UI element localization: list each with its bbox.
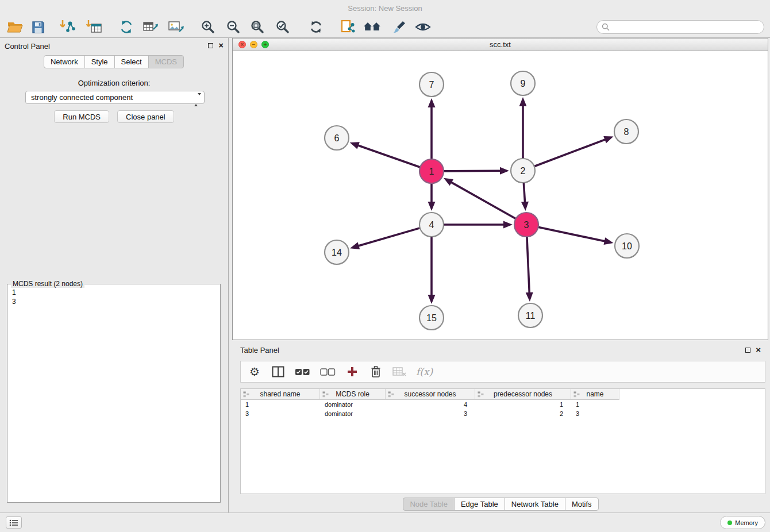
show-hide-button[interactable] xyxy=(414,18,432,36)
graph-edge-3-1[interactable] xyxy=(452,183,515,219)
network-graph-canvas[interactable]: 7968124314101511 xyxy=(233,51,768,340)
graph-edge-1-6[interactable] xyxy=(359,145,420,167)
edge-arrowhead xyxy=(604,237,614,245)
deselect-all-icon[interactable] xyxy=(320,364,336,379)
maximize-window-icon[interactable]: + xyxy=(261,41,269,48)
close-panel-button[interactable]: Close panel xyxy=(117,110,174,123)
search-field[interactable] xyxy=(596,20,764,34)
floppy-disk-icon xyxy=(32,21,45,34)
export-image-button[interactable] xyxy=(167,18,185,36)
tab-select[interactable]: Select xyxy=(114,55,149,68)
table-cell[interactable]: dominator xyxy=(320,409,386,418)
table-cell[interactable]: 2 xyxy=(475,409,571,418)
edge-arrowhead xyxy=(428,98,436,107)
search-input[interactable] xyxy=(613,23,759,32)
table-row[interactable]: 1dominator411 xyxy=(241,400,765,409)
close-window-icon[interactable]: × xyxy=(238,41,246,48)
tab-node-table[interactable]: Node Table xyxy=(403,498,455,511)
table-toolbar: ⚙ f(x) xyxy=(240,361,765,383)
function-builder-icon: f(x) xyxy=(416,364,433,379)
table-row[interactable]: 3dominator323 xyxy=(241,409,765,418)
graph-edge-2-3[interactable] xyxy=(523,183,525,202)
delete-column-icon[interactable] xyxy=(369,364,383,379)
edge-arrowhead xyxy=(521,202,529,211)
column-header-successor-nodes[interactable]: successor nodes xyxy=(386,389,475,400)
edge-arrowhead xyxy=(503,221,513,229)
optimization-dropdown-value: strongly connected component xyxy=(31,93,133,102)
export-table-icon xyxy=(143,20,159,34)
apply-style-button[interactable] xyxy=(390,18,408,36)
tab-mcds[interactable]: MCDS xyxy=(148,55,184,68)
control-panel: Control Panel × Network Style Select MCD… xyxy=(0,38,229,512)
tab-network-table[interactable]: Network Table xyxy=(505,498,565,511)
table-cell[interactable]: 3 xyxy=(386,409,475,418)
table-settings-icon[interactable]: ⚙ xyxy=(248,364,261,379)
float-panel-icon[interactable] xyxy=(208,43,213,48)
table-cell[interactable]: 1 xyxy=(571,400,619,409)
add-column-icon[interactable] xyxy=(345,364,359,379)
table-cell[interactable]: 1 xyxy=(241,400,320,409)
column-type-icon xyxy=(243,391,249,399)
column-type-icon xyxy=(478,391,484,399)
table-cell[interactable]: 3 xyxy=(241,409,320,418)
import-table-icon xyxy=(86,20,102,34)
column-header-label: name xyxy=(586,390,603,398)
table-cell[interactable]: 4 xyxy=(386,400,475,409)
column-header-MCDS-role[interactable]: MCDS role xyxy=(320,389,386,400)
export-table-button[interactable] xyxy=(141,18,160,36)
zoom-in-button[interactable] xyxy=(199,18,217,36)
node-label: 8 xyxy=(624,127,629,137)
graph-edge-3-11[interactable] xyxy=(527,237,529,292)
refresh-view-button[interactable] xyxy=(307,18,325,36)
open-folder-icon xyxy=(7,21,23,33)
graph-edge-1-2[interactable] xyxy=(444,171,500,171)
zoom-fit-button[interactable] xyxy=(248,18,267,36)
table-cell[interactable]: 3 xyxy=(571,409,619,418)
zoom-selected-button[interactable] xyxy=(274,18,292,36)
table-cell[interactable]: 1 xyxy=(475,400,571,409)
float-table-panel-icon[interactable] xyxy=(745,348,750,353)
save-session-button[interactable] xyxy=(29,18,47,36)
document-network-icon xyxy=(341,20,356,34)
import-table-button[interactable] xyxy=(85,18,103,36)
home-view-button[interactable] xyxy=(363,18,382,36)
graph-edge-3-10[interactable] xyxy=(539,228,605,241)
table-panel: Table Panel × ⚙ f(x) xyxy=(232,343,770,509)
new-network-button[interactable] xyxy=(117,18,136,36)
tab-style[interactable]: Style xyxy=(84,55,115,68)
memory-button[interactable]: Memory xyxy=(720,516,765,529)
open-file-button[interactable] xyxy=(6,18,24,36)
table-cell[interactable]: dominator xyxy=(320,400,386,409)
dropdown-stepper-icon xyxy=(194,94,201,106)
close-panel-icon[interactable]: × xyxy=(218,42,224,49)
window-title: Session: New Session xyxy=(348,4,422,13)
graph-edge-4-14[interactable] xyxy=(359,228,419,246)
column-header-label: predecessor nodes xyxy=(494,390,552,398)
run-mcds-button[interactable]: Run MCDS xyxy=(54,110,109,123)
import-network-button[interactable] xyxy=(59,18,77,36)
tab-network[interactable]: Network xyxy=(44,55,85,68)
column-header-shared-name[interactable]: shared name xyxy=(241,389,320,400)
network-window-title: scc.txt xyxy=(490,40,511,49)
optimization-criterion-label: Optimization criterion: xyxy=(0,79,228,87)
window-titlebar: Session: New Session xyxy=(0,0,770,16)
task-history-button[interactable] xyxy=(6,516,22,529)
zoom-out-button[interactable] xyxy=(224,18,242,36)
close-table-panel-icon[interactable]: × xyxy=(756,346,761,353)
column-header-label: MCDS role xyxy=(336,390,369,398)
network-snapshot-button[interactable] xyxy=(339,18,357,36)
optimization-dropdown[interactable]: strongly connected component xyxy=(25,91,205,104)
circular-arrows-icon xyxy=(119,20,134,34)
tab-motifs[interactable]: Motifs xyxy=(565,498,599,511)
import-network-icon xyxy=(60,20,76,34)
split-columns-icon[interactable] xyxy=(271,364,285,379)
edge-arrowhead xyxy=(350,142,360,149)
tab-edge-table[interactable]: Edge Table xyxy=(454,498,505,511)
edge-arrowhead xyxy=(428,295,436,304)
column-header-name[interactable]: name xyxy=(571,389,619,400)
column-header-predecessor-nodes[interactable]: predecessor nodes xyxy=(475,389,571,400)
status-bar: Memory xyxy=(0,512,770,532)
minimize-window-icon[interactable]: − xyxy=(250,41,257,48)
graph-edge-2-8[interactable] xyxy=(535,140,605,166)
select-all-icon[interactable] xyxy=(295,364,310,379)
